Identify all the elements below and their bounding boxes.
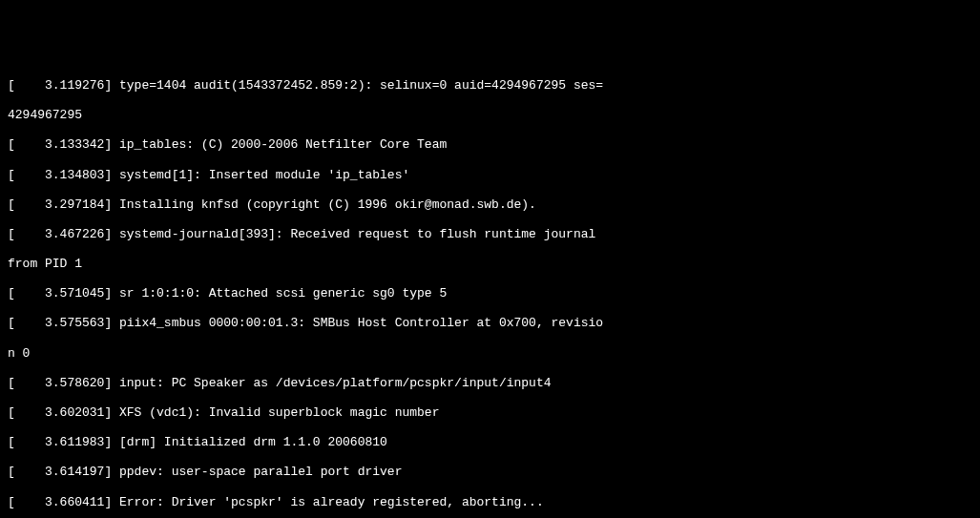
log-line: [ 3.571045] sr 1:0:1:0: Attached scsi ge…: [8, 286, 972, 301]
log-line: from PID 1: [8, 257, 972, 272]
log-line: [ 3.134803] systemd[1]: Inserted module …: [8, 168, 972, 183]
kernel-log-output: [ 3.119276] type=1404 audit(1543372452.8…: [8, 63, 972, 518]
log-line: [ 3.614197] ppdev: user-space parallel p…: [8, 465, 972, 480]
log-line: [ 3.297184] Installing knfsd (copyright …: [8, 197, 972, 213]
log-line: [ 3.578620] input: PC Speaker as /device…: [8, 376, 972, 391]
log-line: [ 3.660411] Error: Driver 'pcspkr' is al…: [8, 495, 972, 510]
log-line: [ 3.119276] type=1404 audit(1543372452.8…: [8, 78, 972, 93]
log-line: n 0: [8, 346, 972, 362]
log-line: [ 3.133342] ip_tables: (C) 2000-2006 Net…: [8, 137, 972, 153]
log-line: [ 3.467226] systemd-journald[393]: Recei…: [8, 227, 972, 242]
log-line: [ 3.611983] [drm] Initialized drm 1.1.0 …: [8, 435, 972, 450]
log-line: [ 3.602031] XFS (vdc1): Invalid superblo…: [8, 405, 972, 421]
log-line: [ 3.575563] piix4_smbus 0000:00:01.3: SM…: [8, 316, 972, 331]
log-line: 4294967295: [8, 108, 972, 123]
